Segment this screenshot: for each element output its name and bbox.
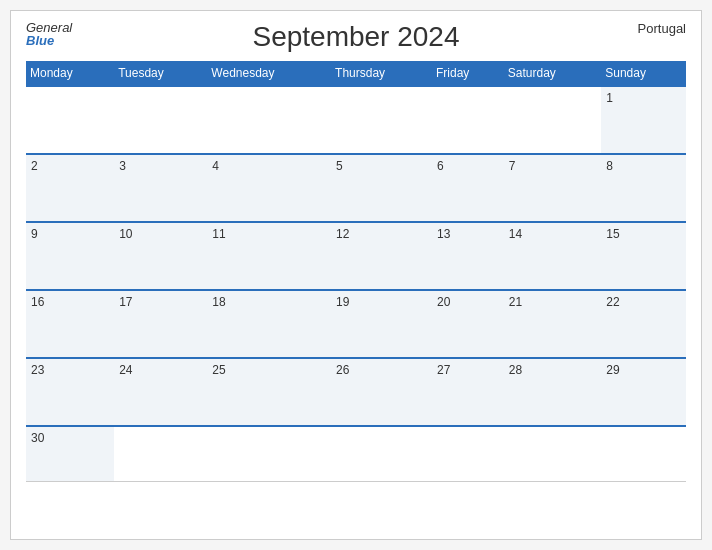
week-row-5: 23 24 25 26 27 28 29 [26, 358, 686, 426]
weekday-header-row: Monday Tuesday Wednesday Thursday Friday… [26, 61, 686, 86]
logo-blue-text: Blue [26, 34, 72, 47]
cell-w3-fri: 13 [432, 222, 504, 290]
cell-w1-sat [504, 86, 601, 154]
cell-w4-sat: 21 [504, 290, 601, 358]
cell-w3-sat: 14 [504, 222, 601, 290]
cell-w6-thu [331, 426, 432, 481]
cell-w5-mon: 23 [26, 358, 114, 426]
header-saturday: Saturday [504, 61, 601, 86]
country-label: Portugal [638, 21, 686, 36]
cell-w6-mon: 30 [26, 426, 114, 481]
cell-w1-thu [331, 86, 432, 154]
cell-w1-fri [432, 86, 504, 154]
cell-w5-fri: 27 [432, 358, 504, 426]
cell-w6-sat [504, 426, 601, 481]
header-thursday: Thursday [331, 61, 432, 86]
cell-w3-wed: 11 [207, 222, 331, 290]
cell-w2-thu: 5 [331, 154, 432, 222]
header-monday: Monday [26, 61, 114, 86]
cell-w6-sun [601, 426, 686, 481]
calendar-header: General Blue September 2024 Portugal [26, 21, 686, 53]
cell-w1-tue [114, 86, 207, 154]
calendar-title: September 2024 [252, 21, 459, 53]
cell-w6-tue [114, 426, 207, 481]
cell-w2-wed: 4 [207, 154, 331, 222]
cell-w2-sun: 8 [601, 154, 686, 222]
cell-w6-fri [432, 426, 504, 481]
header-friday: Friday [432, 61, 504, 86]
cell-w5-sun: 29 [601, 358, 686, 426]
week-row-3: 9 10 11 12 13 14 15 [26, 222, 686, 290]
week-row-4: 16 17 18 19 20 21 22 [26, 290, 686, 358]
week-row-1: 1 [26, 86, 686, 154]
cell-w5-thu: 26 [331, 358, 432, 426]
week-row-6: 30 [26, 426, 686, 481]
cell-w4-mon: 16 [26, 290, 114, 358]
cell-w5-tue: 24 [114, 358, 207, 426]
cell-w6-wed [207, 426, 331, 481]
cell-w5-sat: 28 [504, 358, 601, 426]
cell-w2-sat: 7 [504, 154, 601, 222]
cell-w2-fri: 6 [432, 154, 504, 222]
cell-w1-wed [207, 86, 331, 154]
calendar-container: General Blue September 2024 Portugal Mon… [10, 10, 702, 540]
cell-w1-sun: 1 [601, 86, 686, 154]
week-row-2: 2 3 4 5 6 7 8 [26, 154, 686, 222]
cell-w4-thu: 19 [331, 290, 432, 358]
cell-w4-wed: 18 [207, 290, 331, 358]
cell-w4-sun: 22 [601, 290, 686, 358]
cell-w3-sun: 15 [601, 222, 686, 290]
logo: General Blue [26, 21, 72, 47]
cell-w1-mon [26, 86, 114, 154]
calendar-grid: Monday Tuesday Wednesday Thursday Friday… [26, 61, 686, 482]
cell-w3-mon: 9 [26, 222, 114, 290]
header-wednesday: Wednesday [207, 61, 331, 86]
cell-w3-thu: 12 [331, 222, 432, 290]
cell-w2-tue: 3 [114, 154, 207, 222]
cell-w4-fri: 20 [432, 290, 504, 358]
cell-w5-wed: 25 [207, 358, 331, 426]
cell-w2-mon: 2 [26, 154, 114, 222]
header-sunday: Sunday [601, 61, 686, 86]
cell-w4-tue: 17 [114, 290, 207, 358]
header-tuesday: Tuesday [114, 61, 207, 86]
cell-w3-tue: 10 [114, 222, 207, 290]
